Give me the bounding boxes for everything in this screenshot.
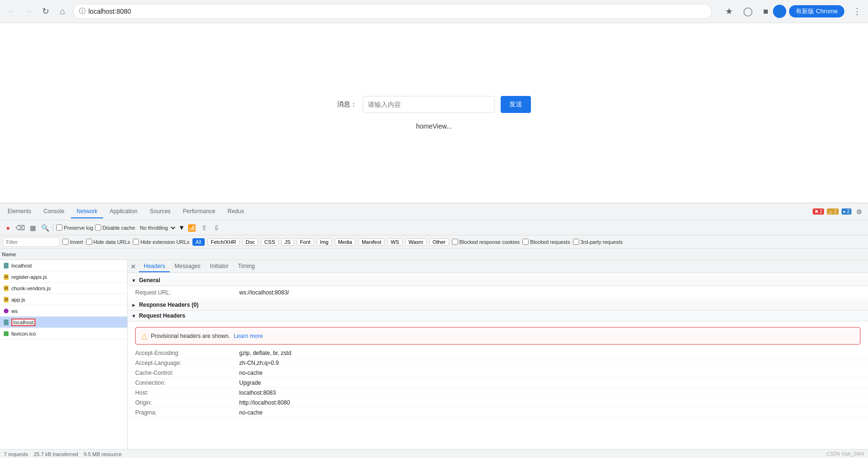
response-headers-section-header[interactable]: ► Response Headers (0)	[128, 300, 868, 311]
status-bar: 7 requests 25.7 kB transferred 9.5 MB re…	[0, 449, 868, 458]
search-button[interactable]: 🔍	[40, 223, 50, 233]
list-item[interactable]: JS register-apps.js	[0, 271, 127, 283]
filter-all-btn[interactable]: All	[192, 238, 205, 246]
filter-img-btn[interactable]: Img	[317, 238, 332, 246]
address-bar[interactable]: ⓘ localhost:8080	[73, 4, 712, 19]
resources-size: 9.5 MB resource	[84, 451, 122, 457]
message-input[interactable]	[363, 96, 495, 113]
error-badge: ✖ 2	[813, 208, 824, 215]
menu-button[interactable]: ⋮	[851, 4, 863, 18]
filter-manifest-btn[interactable]: Manifest	[358, 238, 385, 246]
detail-close-button[interactable]: ✕	[128, 261, 139, 272]
request-headers-section-header[interactable]: ▼ Request Headers	[128, 311, 868, 321]
network-content: localhost JS register-apps.js JS chunk-v…	[0, 260, 868, 449]
list-item[interactable]: ws	[0, 305, 127, 317]
wifi-icon-button[interactable]: 📶	[187, 223, 197, 233]
transferred-size: 25.7 kB transferred	[34, 451, 78, 457]
general-section-header[interactable]: ▼ General	[128, 275, 868, 286]
back-button[interactable]: ←	[5, 5, 18, 18]
clear-button[interactable]: ⌫	[15, 223, 26, 233]
third-party-checkbox[interactable]	[573, 239, 579, 245]
filter-doc-btn[interactable]: Doc	[243, 238, 259, 246]
blocked-cookies-checkbox[interactable]	[452, 239, 458, 245]
detail-tab-messages[interactable]: Messages	[170, 261, 205, 272]
blocked-requests-label[interactable]: Blocked requests	[522, 239, 570, 245]
tab-console[interactable]: Console	[38, 205, 70, 218]
reload-button[interactable]: ↻	[39, 5, 52, 18]
preserve-log-label[interactable]: Preserve log	[56, 225, 93, 231]
throttle-select[interactable]: No throttling	[137, 225, 177, 231]
separator	[53, 224, 53, 232]
home-button[interactable]: ⌂	[56, 5, 69, 18]
browser-chrome: ← → ↻ ⌂ ⓘ localhost:8080 ★ ◯ ■ 👤 有新版 Chr…	[0, 0, 868, 23]
devtools-settings-button[interactable]: ⚙	[854, 207, 864, 216]
item-name: chunk-vendors.js	[11, 285, 51, 291]
filter-input[interactable]	[3, 237, 60, 247]
devtools-panel: Elements Console Network Application Sou…	[0, 203, 868, 458]
response-arrow-icon: ►	[131, 302, 136, 308]
invert-checkbox[interactable]	[62, 239, 69, 245]
blocked-cookies-label[interactable]: Blocked response cookies	[452, 239, 520, 245]
hide-data-urls-label[interactable]: Hide data URLs	[86, 239, 130, 245]
download-button[interactable]: ⇩	[211, 223, 222, 233]
list-item[interactable]: JS chunk-vendors.js	[0, 283, 127, 294]
preserve-log-checkbox[interactable]	[56, 225, 62, 231]
browser-toolbar: ← → ↻ ⌂ ⓘ localhost:8080 ★ ◯ ■ 👤 有新版 Chr…	[0, 0, 868, 23]
filter-fetch-xhr-btn[interactable]: Fetch/XHR	[208, 238, 240, 246]
invert-label[interactable]: Invert	[62, 239, 83, 245]
disable-cache-label[interactable]: Disable cache	[95, 225, 135, 231]
ws-icon	[3, 308, 9, 314]
tab-application[interactable]: Application	[104, 205, 143, 218]
requests-count: 7 requests	[4, 451, 28, 457]
detail-row: Cache-Control: no-cache	[128, 368, 868, 378]
detail-tab-initiator[interactable]: Initiator	[205, 261, 233, 272]
blocked-requests-checkbox[interactable]	[522, 239, 529, 245]
filter-font-btn[interactable]: Font	[297, 238, 314, 246]
profile-button[interactable]: 👤	[773, 5, 786, 18]
performance-insights-button[interactable]: ◯	[741, 4, 755, 18]
learn-more-link[interactable]: Learn more	[234, 333, 262, 339]
url-display: localhost:8080	[88, 8, 131, 15]
bookmark-button[interactable]: ★	[723, 4, 735, 18]
forward-button[interactable]: →	[22, 5, 35, 18]
list-item[interactable]: localhost	[0, 260, 127, 271]
filter-ws-btn[interactable]: WS	[387, 238, 402, 246]
filter-media-btn[interactable]: Media	[335, 238, 356, 246]
list-item-selected[interactable]: localhost	[0, 317, 127, 328]
tab-performance[interactable]: Performance	[177, 205, 221, 218]
doc-icon	[3, 262, 9, 269]
upload-button[interactable]: ⇧	[199, 223, 209, 233]
list-item[interactable]: JS app.js	[0, 294, 127, 305]
filter-css-btn[interactable]: CSS	[261, 238, 278, 246]
filter-wasm-btn[interactable]: Wasm	[405, 238, 426, 246]
general-section-body: Request URL: ws://localhost:8083/	[128, 286, 868, 300]
third-party-label[interactable]: 3rd-party requests	[573, 239, 623, 245]
tab-redux[interactable]: Redux	[222, 205, 250, 218]
filter-other-btn[interactable]: Other	[429, 238, 449, 246]
record-button[interactable]: ●	[3, 223, 13, 233]
disable-cache-checkbox[interactable]	[95, 225, 101, 231]
item-name-highlighted: localhost	[11, 319, 35, 326]
network-headers-row: Name	[0, 249, 868, 260]
send-button[interactable]: 发送	[501, 96, 531, 113]
tab-network[interactable]: Network	[71, 205, 103, 218]
img-icon	[3, 330, 9, 337]
detail-tab-bar: ✕ Headers Messages Initiator Timing	[128, 260, 868, 273]
tab-elements[interactable]: Elements	[2, 205, 37, 218]
js-icon: JS	[3, 285, 9, 292]
js-icon: JS	[3, 296, 9, 303]
update-chrome-button[interactable]: 有新版 Chrome	[789, 5, 844, 17]
extensions-button[interactable]: ■	[761, 5, 770, 18]
detail-tab-headers[interactable]: Headers	[139, 261, 170, 272]
filter-js-btn[interactable]: JS	[281, 238, 294, 246]
hide-data-urls-checkbox[interactable]	[86, 239, 92, 245]
list-item[interactable]: favicon.ico	[0, 328, 127, 339]
request-arrow-icon: ▼	[131, 313, 136, 319]
network-list: localhost JS register-apps.js JS chunk-v…	[0, 260, 128, 449]
hide-ext-urls-label[interactable]: Hide extension URLs	[133, 239, 189, 245]
tab-sources[interactable]: Sources	[144, 205, 176, 218]
detail-tab-timing[interactable]: Timing	[233, 261, 260, 272]
item-name: favicon.ico	[11, 331, 36, 337]
hide-ext-urls-checkbox[interactable]	[133, 239, 139, 245]
filter-toggle-button[interactable]: ▦	[27, 223, 38, 233]
